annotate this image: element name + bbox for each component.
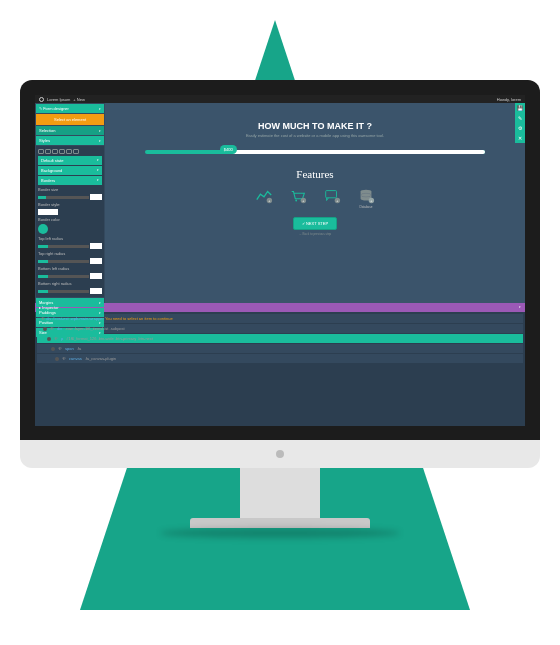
wp-admin-bar: Lorem Ipsum + New Howdy, lorem [35,95,525,103]
site-name[interactable]: Lorem Ipsum [47,97,70,102]
feature-ecommerce[interactable]: + [289,188,307,209]
eye-icon[interactable]: 👁 [58,346,62,351]
eye-icon[interactable]: 👁 [50,326,54,331]
device-phone-landscape-icon[interactable] [73,149,79,154]
chevron-down-icon: ▾ [97,158,99,163]
device-desktop-icon[interactable] [38,149,44,154]
inspector-warning: 👁 div #cost-est .wpb-main-wrapper You ne… [37,314,523,323]
wordpress-icon[interactable] [39,97,44,102]
device-selector[interactable] [38,148,102,155]
chevron-down-icon: ▾ [99,107,101,111]
border-style-label: Border style: [38,201,102,208]
bullet-icon [51,347,55,351]
eye-icon: 👁 [41,316,45,321]
bullet-icon [43,327,47,331]
styles-panel[interactable]: Styles▾ [36,136,104,145]
top-right-radius-label: Top right radius [38,250,102,257]
right-toolbar: 💾 ✎ ⚙ ✕ [515,103,525,143]
chevron-down-icon: ▾ [99,139,101,143]
feature-analytics[interactable]: + [255,188,273,209]
inspector-panel: 👁 div #cost-est .wpb-main-wrapper You ne… [35,312,525,426]
border-style-select[interactable] [38,208,102,216]
border-color-label: Border color [38,216,102,223]
chevron-down-icon: ▾ [519,305,521,310]
color-swatch[interactable] [38,224,48,234]
top-right-radius-slider[interactable] [38,257,102,265]
code-line[interactable]: 👁 canvas .fa_canvas-plugin [37,354,523,363]
border-size-label: Border size [38,186,102,193]
monitor-mockup: Lorem Ipsum + New Howdy, lorem ✎ Form de… [20,80,540,538]
svg-rect-6 [326,191,337,198]
chevron-down-icon: ▾ [99,311,101,315]
edit-icon[interactable]: ✎ [515,113,525,123]
back-link[interactable]: ← Back to previous step [125,232,505,236]
state-dropdown[interactable]: Default state▾ [38,156,102,165]
eye-icon[interactable]: 👁 [62,356,66,361]
device-phone-icon[interactable] [66,149,72,154]
design-canvas[interactable]: 💾 ✎ ⚙ ✕ HOW MUCH TO MAKE IT ? Easily est… [105,103,525,303]
code-line[interactable]: 👁 div .row .layer-1f6_itemsList .subpost [37,324,523,333]
new-link[interactable]: + New [73,97,84,102]
border-size-slider[interactable] [38,193,102,201]
hero-subtitle: Easily estimate the cost of a website or… [125,133,505,138]
chevron-down-icon: ▾ [99,331,101,335]
next-step-button[interactable]: ✓ NEXT STEP [293,217,337,230]
howdy-user[interactable]: Howdy, lorem [497,97,521,102]
chevron-down-icon: ▾ [99,321,101,325]
borders-panel[interactable]: Borders▾ [38,176,102,185]
feature-chat[interactable]: + [323,188,341,209]
monitor-base [190,518,370,528]
device-tablet-icon[interactable] [52,149,58,154]
bottom-right-radius-label: Bottom right radius [38,280,102,287]
bottom-left-radius-slider[interactable] [38,272,102,280]
inspector-header[interactable]: ▸ Inspector▾ [35,303,525,312]
hero-title: HOW MUCH TO MAKE IT ? [125,121,505,131]
svg-text:+: + [336,199,338,203]
settings-icon[interactable]: ⚙ [515,123,525,133]
cart-icon: + [289,188,307,204]
bottom-right-radius-slider[interactable] [38,287,102,295]
monitor-chin [20,440,540,468]
form-designer-header[interactable]: ✎ Form designer▾ [36,104,104,113]
sidebar: ✎ Form designer▾ Select an element Selec… [35,103,105,303]
chart-icon: + [255,188,273,204]
database-icon: + [357,188,375,204]
chevron-down-icon: ▾ [99,129,101,133]
select-element-button[interactable]: Select an element [36,114,104,125]
price-slider[interactable]: $400 [145,150,485,154]
svg-point-2 [295,200,297,202]
eye-icon[interactable]: 👁 [54,336,58,341]
bottom-left-radius-label: Bottom left radius [38,265,102,272]
selection-panel[interactable]: Selection▾ [36,126,104,135]
features-row: + + + [125,188,505,209]
svg-text:+: + [268,199,270,203]
chevron-down-icon: ▾ [99,301,101,305]
monitor-shadow [160,528,400,538]
monitor-bezel: Lorem Ipsum + New Howdy, lorem ✎ Form de… [20,80,540,440]
chevron-down-icon: ▾ [97,178,99,183]
slider-value-badge: $400 [220,145,237,154]
save-icon[interactable]: 💾 [515,103,525,113]
chat-icon: + [323,188,341,204]
monitor-stand [240,468,320,518]
top-left-radius-label: Top left radius [38,235,102,242]
chevron-down-icon: ▾ [97,168,99,173]
bullet-icon [55,357,59,361]
feature-database[interactable]: + Database [357,188,375,209]
bullet-icon [47,337,51,341]
svg-text:+: + [302,199,304,203]
background-panel[interactable]: Background▾ [38,166,102,175]
svg-text:+: + [370,199,372,203]
features-title: Features [125,168,505,180]
device-laptop-icon[interactable] [45,149,51,154]
device-tablet-landscape-icon[interactable] [59,149,65,154]
app-screen: Lorem Ipsum + New Howdy, lorem ✎ Form de… [35,95,525,425]
code-line[interactable]: 👁 p #1f6_format_126 .btn-wide .btn-prima… [37,334,523,343]
feature-label: Database [357,205,375,209]
top-left-radius-slider[interactable] [38,242,102,250]
code-line[interactable]: 👁 span .fa [37,344,523,353]
close-icon[interactable]: ✕ [515,133,525,143]
